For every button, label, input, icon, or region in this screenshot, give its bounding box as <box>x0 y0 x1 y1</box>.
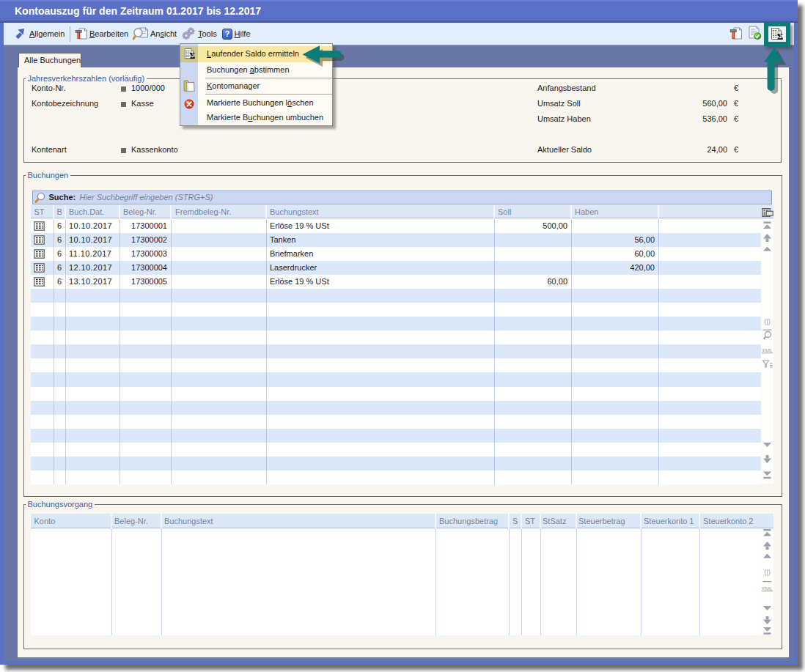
svg-text:XML: XML <box>762 347 773 354</box>
svg-text:(|): (|) <box>764 318 770 325</box>
svg-text:(|): (|) <box>764 569 770 576</box>
svg-text:XML: XML <box>762 586 773 592</box>
svg-text:Σ: Σ <box>777 31 784 40</box>
svg-text:Σ: Σ <box>190 51 196 59</box>
